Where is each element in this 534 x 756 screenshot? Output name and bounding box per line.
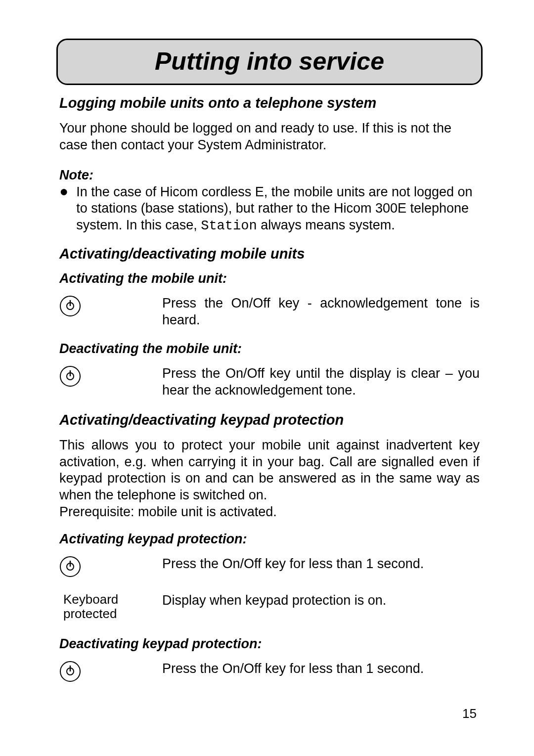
section3-prereq: Prerequisite: mobile unit is activated. xyxy=(59,504,480,521)
step-row: Press the On/Off key for less than 1 sec… xyxy=(59,661,480,684)
subheading-deactivating-unit: Deactivating the mobile unit: xyxy=(59,341,480,356)
icon-column xyxy=(59,661,162,684)
power-icon xyxy=(59,661,81,682)
section-heading-activating-units: Activating/deactivating mobile units xyxy=(59,246,480,262)
power-icon xyxy=(59,556,81,578)
subheading-activating-keypad: Activating keypad protection: xyxy=(59,532,480,547)
page-title: Putting into service xyxy=(155,47,384,75)
icon-column xyxy=(59,365,162,389)
note-bullet-text: In the case of Hicom cordless E, the mob… xyxy=(76,184,480,235)
page-number: 15 xyxy=(462,706,477,721)
step-text: Press the On/Off key - acknowledgement t… xyxy=(162,295,480,329)
power-icon xyxy=(59,365,81,387)
subheading-activating-unit: Activating the mobile unit: xyxy=(59,271,480,286)
power-icon xyxy=(59,295,81,317)
note-bullet-row: ● In the case of Hicom cordless E, the m… xyxy=(59,184,480,235)
subheading-deactivating-keypad: Deactivating keypad protection: xyxy=(59,636,480,652)
step-row: Press the On/Off key - acknowledgement t… xyxy=(59,295,480,329)
section-heading-logging: Logging mobile units onto a telephone sy… xyxy=(59,95,480,111)
section-heading-keypad: Activating/deactivating keypad protectio… xyxy=(59,412,480,428)
display-description: Display when keypad protection is on. xyxy=(162,592,480,609)
note-post: always means system. xyxy=(257,218,395,232)
section3-paragraph: This allows you to protect your mobile u… xyxy=(59,437,480,504)
display-label-column: Keyboard protected xyxy=(59,592,162,622)
bullet-icon: ● xyxy=(59,184,76,235)
display-line1: Keyboard xyxy=(63,592,118,607)
step-text: Press the On/Off key until the display i… xyxy=(162,365,480,399)
note-label: Note: xyxy=(59,168,480,183)
display-label: Keyboard protected xyxy=(59,592,162,622)
display-line2: protected xyxy=(63,606,117,621)
icon-column xyxy=(59,295,162,319)
step-row: Press the On/Off key for less than 1 sec… xyxy=(59,556,480,579)
display-row: Keyboard protected Display when keypad p… xyxy=(59,592,480,622)
section1-paragraph: Your phone should be logged on and ready… xyxy=(59,120,480,154)
icon-column xyxy=(59,556,162,579)
step-row: Press the On/Off key until the display i… xyxy=(59,365,480,399)
note-mono-word: Station xyxy=(201,219,257,233)
step-text: Press the On/Off key for less than 1 sec… xyxy=(162,661,480,677)
step-text: Press the On/Off key for less than 1 sec… xyxy=(162,556,480,573)
page-title-banner: Putting into service xyxy=(56,39,483,85)
